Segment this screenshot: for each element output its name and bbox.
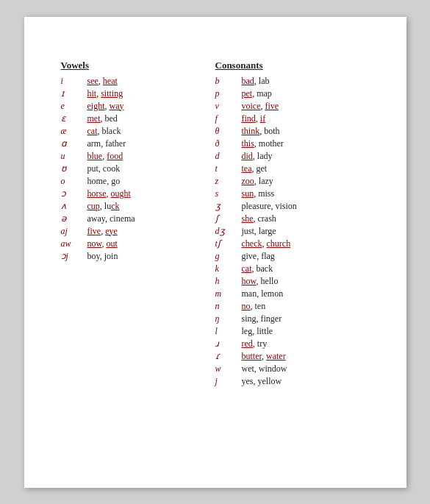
ipa-symbol: ʌ bbox=[61, 201, 87, 212]
example-words: boy, join bbox=[87, 251, 118, 262]
example-words: five, eye bbox=[87, 226, 118, 237]
columns: Vowels isee, heatɪhit, sittingeeight, wa… bbox=[61, 60, 370, 388]
table-row: ssun, miss bbox=[215, 188, 370, 199]
table-row: kcat, back bbox=[215, 263, 370, 274]
example-words: pet, map bbox=[242, 88, 272, 99]
ipa-symbol: ʃ bbox=[215, 213, 242, 224]
example-words: eight, way bbox=[87, 101, 124, 112]
table-row: ublue, food bbox=[61, 151, 215, 162]
ipa-symbol: o bbox=[61, 176, 87, 187]
consonants-header: Consonants bbox=[215, 60, 370, 71]
example-words: leg, little bbox=[242, 326, 273, 337]
table-row: ɹred, try bbox=[215, 338, 370, 349]
ipa-symbol: t bbox=[215, 163, 242, 174]
example-words: horse, ought bbox=[87, 188, 131, 199]
table-row: ɔjboy, join bbox=[61, 251, 215, 262]
example-words: red, try bbox=[242, 338, 268, 349]
table-row: zzoo, lazy bbox=[215, 176, 370, 187]
example-words: this, mother bbox=[242, 138, 284, 149]
ipa-symbol: g bbox=[215, 251, 242, 262]
example-words: did, lady bbox=[242, 151, 273, 162]
ipa-symbol: w bbox=[215, 363, 242, 375]
example-words: find, if bbox=[242, 113, 266, 124]
example-words: she, crash bbox=[242, 213, 276, 224]
example-words: butter, water bbox=[242, 351, 286, 362]
example-words: met, bed bbox=[87, 113, 118, 124]
example-words: sun, miss bbox=[242, 188, 275, 199]
table-row: eeight, way bbox=[61, 101, 215, 112]
ipa-symbol: e bbox=[61, 101, 87, 112]
ipa-symbol: h bbox=[215, 276, 242, 287]
consonants-rows: bbad, labppet, mapvvoice, fiveffind, ifθ… bbox=[215, 76, 370, 387]
ipa-symbol: ŋ bbox=[215, 313, 242, 324]
example-words: no, ten bbox=[242, 301, 266, 312]
example-words: pleasure, vision bbox=[242, 201, 297, 212]
example-words: cat, black bbox=[87, 126, 121, 137]
ipa-symbol: ɹ bbox=[215, 338, 242, 349]
ipa-symbol: n bbox=[215, 301, 242, 312]
table-row: vvoice, five bbox=[215, 101, 370, 112]
ipa-symbol: f bbox=[215, 113, 242, 124]
table-row: ɾbutter, water bbox=[215, 351, 370, 362]
ipa-symbol: b bbox=[215, 76, 242, 87]
consonants-column: Consonants bbad, labppet, mapvvoice, fiv… bbox=[215, 60, 370, 388]
table-row: ppet, map bbox=[215, 88, 370, 99]
table-row: ʊput, cook bbox=[61, 163, 215, 174]
table-row: ɛmet, bed bbox=[61, 113, 215, 124]
example-words: give, flag bbox=[242, 251, 275, 262]
ipa-symbol: ʒ bbox=[215, 201, 242, 212]
table-row: ohome, go bbox=[61, 176, 215, 187]
example-words: zoo, lazy bbox=[242, 176, 273, 187]
table-row: ttea, get bbox=[215, 163, 370, 174]
ipa-symbol: ɪ bbox=[61, 88, 87, 99]
ipa-symbol: i bbox=[61, 76, 87, 87]
ipa-symbol: k bbox=[215, 263, 242, 274]
ipa-symbol: s bbox=[215, 188, 242, 199]
example-words: away, cinema bbox=[87, 213, 135, 224]
table-row: ɑarm, father bbox=[61, 138, 215, 149]
example-words: now, out bbox=[87, 238, 118, 249]
table-row: mman, lemon bbox=[215, 288, 370, 299]
table-row: ŋsing, finger bbox=[215, 313, 370, 324]
table-row: ajfive, eye bbox=[61, 226, 215, 237]
ipa-symbol: ɔ bbox=[61, 188, 87, 199]
ipa-symbol: aw bbox=[61, 238, 87, 249]
ipa-symbol: θ bbox=[215, 126, 242, 137]
vowels-rows: isee, heatɪhit, sittingeeight, wayɛmet, … bbox=[61, 76, 215, 262]
ipa-symbol: ð bbox=[215, 138, 242, 149]
vowels-column: Vowels isee, heatɪhit, sittingeeight, wa… bbox=[61, 60, 215, 388]
table-row: ddid, lady bbox=[215, 151, 370, 162]
ipa-symbol: æ bbox=[61, 126, 87, 137]
example-words: arm, father bbox=[87, 138, 126, 149]
ipa-symbol: l bbox=[215, 326, 242, 337]
table-row: lleg, little bbox=[215, 326, 370, 337]
ipa-symbol: m bbox=[215, 288, 242, 299]
example-words: hit, sitting bbox=[87, 88, 123, 99]
table-row: dʒjust, large bbox=[215, 226, 370, 237]
page: Vowels isee, heatɪhit, sittingeeight, wa… bbox=[24, 17, 406, 488]
table-row: əaway, cinema bbox=[61, 213, 215, 224]
example-words: home, go bbox=[87, 176, 121, 187]
example-words: tea, get bbox=[242, 163, 268, 174]
table-row: jyes, yellow bbox=[215, 376, 370, 387]
table-row: wwet, window bbox=[215, 363, 370, 375]
table-row: tʃcheck, church bbox=[215, 238, 370, 249]
example-words: see, heat bbox=[87, 76, 118, 87]
example-words: sing, finger bbox=[242, 313, 282, 324]
ipa-symbol: z bbox=[215, 176, 242, 187]
ipa-symbol: tʃ bbox=[215, 238, 242, 249]
table-row: ʒpleasure, vision bbox=[215, 201, 370, 212]
table-row: bbad, lab bbox=[215, 76, 370, 87]
ipa-symbol: j bbox=[215, 376, 242, 387]
ipa-symbol: p bbox=[215, 88, 242, 99]
example-words: just, large bbox=[242, 226, 276, 237]
ipa-symbol: ɑ bbox=[61, 138, 87, 149]
table-row: ggive, flag bbox=[215, 251, 370, 262]
ipa-symbol: aj bbox=[61, 226, 87, 237]
example-words: think, both bbox=[242, 126, 280, 137]
example-words: voice, five bbox=[242, 101, 279, 112]
example-words: man, lemon bbox=[242, 288, 284, 299]
example-words: wet, window bbox=[242, 363, 287, 375]
ipa-symbol: ʊ bbox=[61, 163, 87, 174]
table-row: ffind, if bbox=[215, 113, 370, 124]
